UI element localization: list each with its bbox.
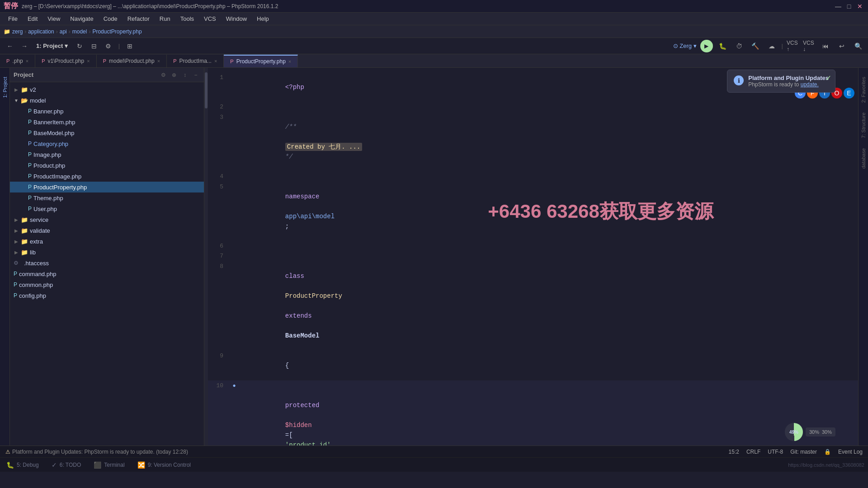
build-btn[interactable]: 🔨 bbox=[749, 40, 762, 52]
event-log[interactable]: Event Log bbox=[838, 449, 863, 455]
cursor-position[interactable]: 15:2 bbox=[729, 449, 739, 455]
menu-window[interactable]: Window bbox=[222, 14, 251, 23]
maximize-btn[interactable]: □ bbox=[844, 2, 854, 11]
editor-area[interactable]: 1 <?php 2 3 /** bbox=[208, 68, 858, 446]
debug-panel-btn[interactable]: 🐛 5: Debug bbox=[4, 460, 42, 469]
zerg-profile[interactable]: ⊙ Zerg ▾ bbox=[673, 42, 697, 49]
menu-help[interactable]: Help bbox=[252, 14, 274, 23]
favorites-tab[interactable]: 2: Favorites bbox=[860, 72, 867, 107]
tree-htaccess[interactable]: ⚙ .htaccess bbox=[10, 258, 204, 268]
file-icon-product: P bbox=[28, 162, 32, 169]
tree-arrow-v2: ▶ bbox=[14, 87, 19, 92]
tab-php[interactable]: P .php × bbox=[0, 55, 35, 67]
tab-productproperty-close[interactable]: × bbox=[288, 59, 291, 64]
sidebar-tool-2[interactable]: ⊕ bbox=[170, 70, 179, 80]
tab-modelproduct-close[interactable]: × bbox=[157, 58, 160, 64]
title-bar: 暂停 zerg – [D:\Server\xampp\htdocs\zerg] … bbox=[0, 0, 868, 13]
tab-php-close[interactable]: × bbox=[26, 58, 28, 64]
tab-v1product[interactable]: P v1\Product.php × bbox=[35, 55, 97, 67]
run-button[interactable]: ▶ bbox=[700, 40, 713, 52]
folder-icon-v2: 📁 bbox=[21, 86, 28, 93]
tree-config[interactable]: P config.php bbox=[10, 290, 204, 301]
coverage-btn[interactable]: ☁ bbox=[765, 40, 778, 52]
charset[interactable]: UTF-8 bbox=[768, 449, 783, 455]
tree-v2[interactable]: ▶ 📁 v2 bbox=[10, 84, 204, 95]
search-btn[interactable]: 🔍 bbox=[852, 40, 864, 52]
line-content-9: { bbox=[238, 351, 858, 380]
tree-label-v2: v2 bbox=[30, 86, 36, 93]
menu-edit[interactable]: Edit bbox=[23, 14, 42, 23]
vcs-pull-btn[interactable]: VCS ↓ bbox=[803, 40, 816, 52]
tree-user[interactable]: P User.php bbox=[10, 203, 204, 214]
tree-category[interactable]: P Category.php bbox=[10, 138, 204, 149]
minimize-btn[interactable]: — bbox=[834, 2, 843, 11]
menu-run[interactable]: Run bbox=[155, 14, 175, 23]
vcs-panel-btn[interactable]: 🔀 9: Version Control bbox=[135, 460, 193, 469]
menu-code[interactable]: Code bbox=[99, 14, 122, 23]
tree-command[interactable]: P command.php bbox=[10, 268, 204, 279]
tree-banner[interactable]: P Banner.php bbox=[10, 106, 204, 117]
breadcrumb-api[interactable]: api bbox=[60, 28, 67, 35]
tree-basemodel[interactable]: P BaseModel.php bbox=[10, 127, 204, 138]
code-line-9: 9 { bbox=[208, 351, 858, 380]
profile-btn[interactable]: ⏱ bbox=[733, 40, 745, 52]
tree-common[interactable]: P common.php bbox=[10, 279, 204, 290]
tree-banneritem[interactable]: P BannerItem.php bbox=[10, 117, 204, 127]
tree-label-product: Product.php bbox=[33, 162, 65, 169]
filter-btn[interactable]: ⊟ bbox=[88, 40, 100, 52]
tab-modelproduct[interactable]: P model\Product.php × bbox=[97, 55, 167, 67]
vcs-branch[interactable]: Git: master bbox=[790, 449, 817, 455]
sidebar-tool-3[interactable]: ↕ bbox=[180, 70, 189, 80]
gear-icon[interactable]: ⚙ bbox=[102, 40, 115, 52]
structure-tab[interactable]: 7: Structure bbox=[860, 108, 867, 143]
tree-productimage[interactable]: P ProductImage.php bbox=[10, 171, 204, 182]
project-panel-tab[interactable]: 1: Project bbox=[1, 72, 9, 102]
tree-theme[interactable]: P Theme.php bbox=[10, 192, 204, 203]
sync-btn[interactable]: ↻ bbox=[73, 40, 86, 52]
edge-icon[interactable]: E bbox=[844, 88, 854, 99]
folder-icon-model: 📂 bbox=[21, 97, 28, 104]
tab-modelproduct-icon: P bbox=[103, 58, 106, 64]
tree-product[interactable]: P Product.php bbox=[10, 160, 204, 171]
tree-validate[interactable]: ▶ 📁 validate bbox=[10, 225, 204, 236]
line-ending[interactable]: CRLF bbox=[746, 449, 760, 455]
notification-link[interactable]: update. bbox=[801, 81, 819, 88]
breadcrumb-zerg[interactable]: zerg bbox=[12, 28, 23, 35]
sidebar-scrollbar[interactable] bbox=[204, 68, 208, 446]
menu-view[interactable]: View bbox=[43, 14, 65, 23]
menu-file[interactable]: File bbox=[4, 14, 22, 23]
tree-productproperty[interactable]: P ProductProperty.php bbox=[10, 182, 204, 192]
vcs-history-btn[interactable]: ⏮ bbox=[819, 40, 832, 52]
forward-btn[interactable]: → bbox=[18, 40, 31, 52]
collapse-btn[interactable]: ⊞ bbox=[123, 40, 136, 52]
breadcrumb-application[interactable]: application bbox=[28, 28, 54, 35]
todo-panel-btn[interactable]: ✓ 6: TODO bbox=[49, 460, 84, 469]
tree-service[interactable]: ▶ 📁 service bbox=[10, 214, 204, 225]
tab-productproperty[interactable]: P ProductProperty.php × bbox=[224, 55, 298, 67]
tab-productimage[interactable]: P ProductIma... × bbox=[167, 55, 224, 67]
vcs-push-btn[interactable]: VCS ↑ bbox=[787, 40, 799, 52]
tree-lib[interactable]: ▶ 📁 lib bbox=[10, 247, 204, 258]
terminal-btn[interactable]: ⬛ Terminal bbox=[91, 460, 127, 469]
sidebar-title: Project bbox=[14, 71, 33, 78]
sidebar: Project ⚙ ⊕ ↕ − ▶ 📁 v2 ▼ 📂 bbox=[10, 68, 204, 446]
tab-v1product-close[interactable]: × bbox=[87, 58, 90, 64]
breadcrumb-file[interactable]: ProductProperty.php bbox=[92, 28, 142, 35]
menu-refactor[interactable]: Refactor bbox=[123, 14, 154, 23]
tab-productimage-close[interactable]: × bbox=[214, 58, 217, 64]
tree-extra[interactable]: ▶ 📁 extra bbox=[10, 236, 204, 247]
menu-vcs[interactable]: VCS bbox=[199, 14, 221, 23]
database-tab[interactable]: database bbox=[860, 144, 867, 173]
undo-btn[interactable]: ↩ bbox=[835, 40, 848, 52]
sidebar-collapse[interactable]: − bbox=[191, 70, 200, 80]
breadcrumb-model[interactable]: model bbox=[72, 28, 87, 35]
sidebar-tool-1[interactable]: ⚙ bbox=[159, 70, 168, 80]
menu-tools[interactable]: Tools bbox=[176, 14, 198, 23]
debug-btn[interactable]: 🐛 bbox=[717, 40, 729, 52]
tree-model[interactable]: ▼ 📂 model bbox=[10, 95, 204, 106]
back-btn[interactable]: ← bbox=[4, 40, 16, 52]
file-icon-config: P bbox=[14, 292, 17, 299]
close-btn[interactable]: ✕ bbox=[855, 2, 864, 11]
tree-image[interactable]: P Image.php bbox=[10, 149, 204, 160]
menu-navigate[interactable]: Navigate bbox=[66, 14, 98, 23]
